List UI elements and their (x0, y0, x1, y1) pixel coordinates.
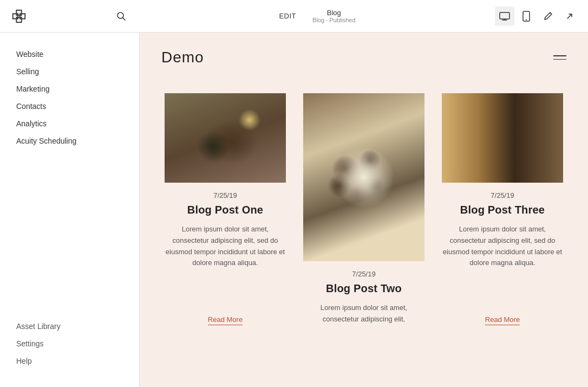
blog-post-three-title: Blog Post Three (442, 204, 563, 216)
search-button[interactable] (114, 9, 129, 24)
blog-post-three-date: 7/25/19 (442, 191, 563, 199)
desktop-view-button[interactable] (495, 7, 514, 26)
site-title: Demo (161, 49, 204, 66)
blog-post-two-excerpt: Lorem ipsum dolor sit amet, consectetur … (303, 302, 424, 325)
edit-design-button[interactable] (538, 7, 558, 26)
sidebar: Website Selling Marketing Contacts Analy… (0, 33, 140, 387)
sidebar-item-selling[interactable]: Selling (16, 63, 123, 80)
blog-card-post-one: 7/25/19 Blog Post One Lorem ipsum dolor … (156, 88, 295, 336)
blog-post-two-title: Blog Post Two (303, 282, 424, 295)
blog-card-post-three: 7/25/19 Blog Post Three Lorem ipsum dolo… (433, 88, 572, 336)
main-layout: Website Selling Marketing Contacts Analy… (0, 33, 588, 387)
svg-rect-2 (20, 14, 25, 18)
sidebar-item-marketing[interactable]: Marketing (16, 80, 123, 98)
top-bar: EDIT Blog Blog · Published (0, 0, 588, 33)
top-bar-left (0, 8, 140, 24)
svg-rect-3 (16, 17, 21, 22)
svg-rect-1 (16, 10, 21, 15)
page-info: Blog Blog · Published (312, 9, 356, 23)
blog-post-one-date: 7/25/19 (165, 191, 286, 199)
page-title-top: Blog (312, 9, 356, 17)
blog-post-two-date: 7/25/19 (303, 270, 424, 278)
squarespace-logo[interactable] (11, 8, 27, 24)
svg-point-10 (526, 19, 527, 20)
blog-post-three-read-more[interactable]: Read More (485, 315, 520, 325)
sidebar-item-analytics[interactable]: Analytics (16, 115, 123, 132)
sidebar-item-website[interactable]: Website (16, 46, 123, 63)
blog-post-one-excerpt: Lorem ipsum dolor sit amet, consectetur … (165, 224, 286, 308)
hamburger-line-1 (553, 55, 566, 56)
svg-line-5 (123, 17, 126, 20)
blog-card-post-two: 7/25/19 Blog Post Two Lorem ipsum dolor … (295, 88, 433, 336)
open-external-button[interactable] (560, 7, 579, 26)
edit-button[interactable]: EDIT (279, 12, 296, 20)
sidebar-item-acuity[interactable]: Acuity Scheduling (16, 132, 123, 150)
blog-post-two-image (303, 93, 424, 261)
website-header: Demo (140, 33, 588, 77)
blog-post-one-read-more[interactable]: Read More (208, 315, 243, 325)
preview-area: Demo 7/25/19 Blog Post One Lorem ipsum d… (140, 33, 588, 387)
blog-post-three-excerpt: Lorem ipsum dolor sit amet, consectetur … (442, 224, 563, 308)
mobile-view-button[interactable] (517, 7, 536, 26)
blog-post-one-title: Blog Post One (165, 204, 286, 216)
blog-post-one-image (165, 93, 286, 183)
sidebar-item-contacts[interactable]: Contacts (16, 98, 123, 115)
sidebar-nav-section: Website Selling Marketing Contacts Analy… (0, 46, 139, 150)
svg-rect-0 (13, 14, 18, 18)
blog-post-three-image (442, 93, 563, 183)
sidebar-item-asset-library[interactable]: Asset Library (16, 318, 123, 335)
top-bar-center: EDIT Blog Blog · Published (140, 9, 495, 23)
svg-rect-6 (500, 12, 509, 19)
top-bar-right (495, 7, 588, 26)
sidebar-bottom-section: Asset Library Settings Help (0, 318, 139, 374)
hamburger-line-2 (553, 59, 566, 60)
blog-grid: 7/25/19 Blog Post One Lorem ipsum dolor … (140, 77, 588, 336)
page-subtitle-top: Blog · Published (312, 17, 356, 23)
hamburger-menu-icon[interactable] (553, 55, 566, 60)
sidebar-item-help[interactable]: Help (16, 352, 123, 370)
sidebar-spacer (0, 150, 139, 318)
sidebar-item-settings[interactable]: Settings (16, 335, 123, 352)
